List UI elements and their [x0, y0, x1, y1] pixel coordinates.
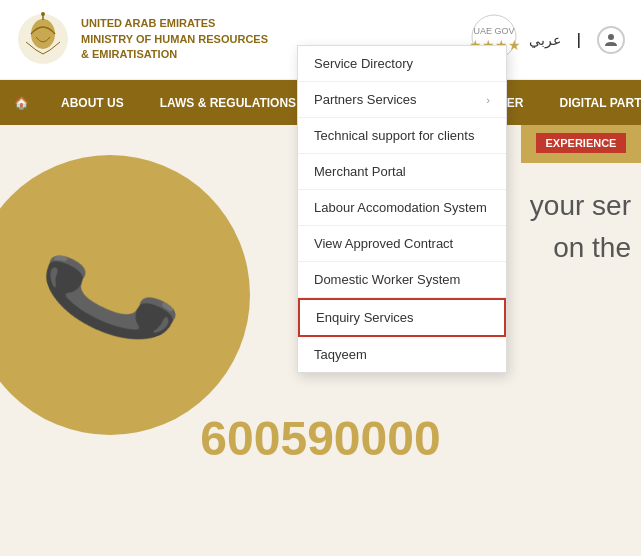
dropdown-item-partners-services[interactable]: Partners Services ›	[298, 82, 506, 118]
services-dropdown: Service Directory Partners Services › Te…	[297, 45, 507, 373]
nav-about-us[interactable]: ABOUT US	[43, 80, 142, 125]
hero-tagline-line1: your ser	[530, 185, 631, 227]
header-right: عربي |	[529, 26, 625, 54]
org-name: UNITED ARAB EMIRATES MINISTRY OF HUMAN R…	[81, 16, 268, 62]
chevron-right-icon: ›	[486, 94, 490, 106]
nav-home[interactable]: 🏠	[0, 80, 43, 125]
dropdown-item-merchant-portal[interactable]: Merchant Portal	[298, 154, 506, 190]
dropdown-item-enquiry-services[interactable]: Enquiry Services	[298, 298, 506, 337]
uae-emblem	[16, 12, 71, 67]
hero-tagline: your ser on the	[530, 185, 631, 269]
arabic-language-button[interactable]: عربي	[529, 32, 561, 48]
dropdown-item-taqyeem[interactable]: Taqyeem	[298, 337, 506, 372]
hero-phone-number: 600590000	[200, 411, 440, 466]
hero-circle-decoration: 📞	[0, 155, 250, 435]
dropdown-item-service-directory[interactable]: Service Directory	[298, 46, 506, 82]
dropdown-item-technical-support[interactable]: Technical support for clients	[298, 118, 506, 154]
dropdown-item-labour-accomodation[interactable]: Labour Accomodation System	[298, 190, 506, 226]
experience-label: EXPERIENCE	[536, 133, 627, 153]
svg-point-1	[31, 19, 55, 49]
dropdown-item-domestic-worker[interactable]: Domestic Worker System	[298, 262, 506, 298]
hero-tagline-line2: on the	[530, 227, 631, 269]
nav-laws-regulations[interactable]: LAWS & REGULATIONS	[142, 80, 314, 125]
user-icon	[603, 32, 619, 48]
phone-icon: 📞	[31, 218, 189, 372]
user-profile-button[interactable]	[597, 26, 625, 54]
dropdown-item-view-approved-contract[interactable]: View Approved Contract	[298, 226, 506, 262]
home-icon: 🏠	[14, 96, 29, 110]
separator: |	[577, 31, 581, 49]
experience-badge: EXPERIENCE	[521, 125, 641, 163]
svg-text:UAE GOV: UAE GOV	[473, 26, 514, 36]
nav-digital-participation[interactable]: DIGITAL PARTICIPATIO...	[541, 80, 641, 125]
svg-point-3	[41, 12, 45, 16]
svg-point-7	[608, 34, 614, 40]
